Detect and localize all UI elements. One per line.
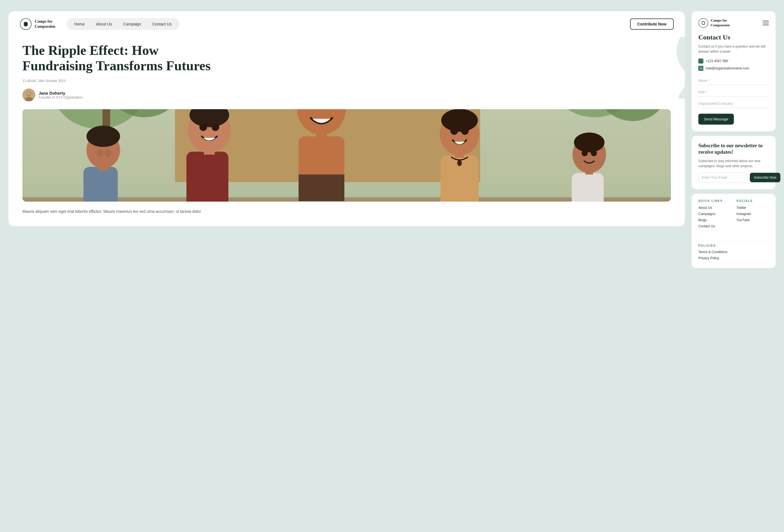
nav-home[interactable]: Home: [69, 20, 90, 28]
mail-field-group: [698, 88, 769, 96]
author-avatar: [22, 88, 35, 101]
nav-links: Home About Us Campaign Contact Us: [66, 18, 179, 30]
quick-link-blogs[interactable]: Blogs: [698, 218, 731, 222]
hamburger-line-1: [763, 21, 769, 21]
contact-email-row: ✉ mail@organizationname.com: [698, 66, 769, 71]
org-field-group: [698, 100, 769, 108]
mail-icon: ✉: [698, 66, 703, 71]
article-body: Mauris aliquam sem eget erat lobortis ef…: [22, 208, 671, 215]
social-youtube[interactable]: YouTube: [736, 218, 769, 222]
quick-links-section: Quick Links About Us Campaigns Blogs Con…: [698, 199, 731, 230]
logo: Camps for Compassion: [20, 18, 55, 30]
quick-links-heading: Quick Links: [698, 199, 731, 202]
name-field-group: [698, 77, 769, 85]
newsletter-email-row: Subscribe Now: [698, 172, 769, 183]
sidebar-header: Camps for Compassion: [698, 18, 769, 28]
quick-link-about[interactable]: About Us: [698, 206, 731, 210]
quick-link-contact[interactable]: Contact Us: [698, 224, 731, 228]
author-role: Founder of XYZ Organisation: [39, 95, 82, 100]
contact-phone-row: 📞 +123 4567 890: [698, 58, 769, 63]
org-input[interactable]: [698, 100, 769, 108]
svg-point-53: [699, 19, 708, 28]
hamburger-menu-icon[interactable]: [763, 21, 769, 25]
sidebar-logo-text: Camps for Compassion: [711, 18, 730, 28]
email-newsletter-input[interactable]: [698, 172, 748, 183]
logo-text: Camps for Compassion: [35, 19, 55, 29]
contact-title: Contact Us: [698, 34, 769, 41]
sidebar: Camps for Compassion Contact Us Contact …: [692, 11, 776, 268]
policy-privacy[interactable]: Privacy Policy: [698, 256, 769, 260]
subscribe-button[interactable]: Subscribe Now: [750, 173, 780, 182]
contact-description: Contact us if you have a question and we…: [698, 44, 769, 54]
author-info: Jane Doherty Founder of XYZ Organisation: [39, 91, 82, 100]
footer-links-card: Quick Links About Us Campaigns Blogs Con…: [692, 194, 776, 268]
hamburger-line-2: [763, 23, 769, 23]
svg-point-55: [701, 21, 705, 25]
socials-section: Socials Twitter Instagram YouTube: [736, 199, 769, 230]
sidebar-logo-icon: [698, 18, 708, 28]
svg-rect-52: [22, 109, 671, 202]
author-name: Jane Doherty: [39, 91, 82, 95]
socials-heading: Socials: [736, 199, 769, 202]
contact-phone: +123 4567 890: [706, 59, 728, 63]
nav-contact[interactable]: Contact Us: [147, 20, 177, 28]
author-row: Jane Doherty Founder of XYZ Organisation: [22, 88, 671, 101]
nav-about[interactable]: About Us: [91, 20, 117, 28]
article-title: The Ripple Effect: How Fundraising Trans…: [22, 43, 218, 73]
newsletter-card: Subscribe to our newsletter to receive u…: [692, 136, 776, 189]
logo-icon: [20, 18, 32, 30]
mail-input[interactable]: [698, 88, 769, 96]
newsletter-title: Subscribe to our newsletter to receive u…: [698, 142, 769, 156]
contribute-now-button[interactable]: Contribute Now: [630, 19, 674, 30]
phone-icon: 📞: [698, 58, 703, 63]
svg-point-6: [27, 91, 30, 95]
sidebar-logo: Camps for Compassion: [698, 18, 730, 28]
sidebar-contact-card: Camps for Compassion Contact Us Contact …: [692, 11, 776, 131]
policy-terms[interactable]: Terms & Conditions: [698, 250, 769, 254]
name-input[interactable]: [698, 77, 769, 85]
main-panel: Camps for Compassion Home About Us Campa…: [8, 11, 685, 226]
quick-link-campaigns[interactable]: Campaigns: [698, 212, 731, 216]
hamburger-line-3: [763, 25, 769, 25]
policies-section: Policies Terms & Conditions Privacy Poli…: [698, 240, 769, 262]
nav: Camps for Compassion Home About Us Campa…: [8, 11, 685, 37]
policies-heading: Policies: [698, 244, 769, 247]
article-timestamp: 11:45AM, 24th October 2023: [22, 79, 671, 83]
article-area: The Ripple Effect: How Fundraising Trans…: [8, 37, 685, 226]
social-twitter[interactable]: Twitter: [736, 206, 769, 210]
contact-email: mail@organizationname.com: [706, 66, 749, 70]
newsletter-description: Subscribe to stay informed about our new…: [698, 159, 769, 169]
send-message-button[interactable]: Send Message: [698, 114, 734, 124]
nav-campaign[interactable]: Campaign: [118, 20, 146, 28]
social-instagram[interactable]: Instagram: [736, 212, 769, 216]
hero-image: [22, 109, 671, 202]
hero-image-svg: [22, 109, 671, 202]
